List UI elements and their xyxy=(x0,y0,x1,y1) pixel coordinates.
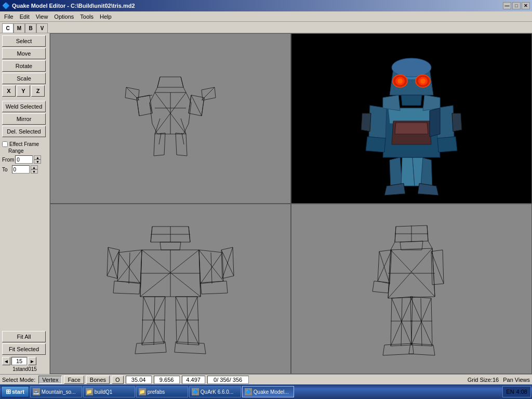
windows-icon: ⊞ xyxy=(6,388,11,395)
taskbar-app-3-label: QuArK 6.6.0... xyxy=(201,389,233,395)
title-bar-controls[interactable]: — □ ✕ xyxy=(503,2,530,9)
menu-tools[interactable]: Tools xyxy=(77,12,97,21)
fit-all-button[interactable]: Fit All xyxy=(2,331,46,342)
wireframe-side-svg xyxy=(360,216,463,362)
sidebar: Select Move Rotate Scale X Y Z Weld Sele… xyxy=(0,33,50,374)
svg-line-13 xyxy=(183,87,186,92)
menu-file[interactable]: File xyxy=(1,12,17,21)
svg-marker-38 xyxy=(369,105,387,139)
tab-v[interactable]: V xyxy=(36,23,48,33)
svg-marker-6 xyxy=(154,133,165,156)
from-label: From xyxy=(2,157,14,163)
select-mode-label: Select Mode: xyxy=(2,377,35,383)
svg-marker-62 xyxy=(160,242,181,250)
taskbar-app-3[interactable]: 🔷 QuArK 6.6.0... xyxy=(189,386,241,397)
taskbar-app-4-icon: 🔷 xyxy=(245,388,252,395)
svg-line-25 xyxy=(191,95,202,116)
svg-line-112 xyxy=(378,250,392,281)
svg-marker-32 xyxy=(384,183,405,195)
rotate-button[interactable]: Rotate xyxy=(2,60,46,72)
to-down-button[interactable]: ▼ xyxy=(31,169,38,174)
to-spinner[interactable]: ▲ ▼ xyxy=(31,165,38,174)
scale-button[interactable]: Scale xyxy=(2,73,46,84)
o-mode-button[interactable]: O xyxy=(112,376,124,384)
y-axis-button[interactable]: Y xyxy=(17,85,30,97)
range-label: Range xyxy=(2,148,47,154)
menu-options[interactable]: Options xyxy=(51,12,77,21)
close-button[interactable]: ✕ xyxy=(522,2,530,9)
from-up-button[interactable]: ▲ xyxy=(34,155,41,159)
svg-marker-42 xyxy=(361,113,371,131)
from-input[interactable] xyxy=(15,155,33,164)
start-label: start xyxy=(12,389,24,395)
svg-marker-45 xyxy=(423,95,440,111)
svg-line-99 xyxy=(395,227,396,242)
to-row: To ▲ ▼ xyxy=(2,165,47,174)
window-title: Quake Model Editor - C:\Build\unit02\tri… xyxy=(12,3,135,9)
viewport-top-right[interactable] xyxy=(291,33,532,204)
fit-selected-button[interactable]: Fit Selected xyxy=(2,343,46,355)
svg-point-54 xyxy=(420,78,425,84)
select-button[interactable]: Select xyxy=(2,35,46,47)
system-tray[interactable]: EN 4:08 xyxy=(502,386,531,397)
svg-line-16 xyxy=(189,95,191,113)
del-selected-button[interactable]: Del. Selected xyxy=(2,126,46,137)
svg-marker-56 xyxy=(430,108,440,137)
frame-navigation: ◄ 15 ► xyxy=(2,357,47,365)
minimize-button[interactable]: — xyxy=(503,2,511,9)
from-row: From ▲ ▼ xyxy=(2,155,47,164)
svg-marker-7 xyxy=(176,133,187,156)
taskbar-app-2[interactable]: 📁 prefabs xyxy=(136,386,188,397)
tab-c[interactable]: C xyxy=(2,23,14,33)
x-axis-button[interactable]: X xyxy=(2,85,16,97)
viewport-bottom-left[interactable] xyxy=(50,204,291,374)
tab-b[interactable]: B xyxy=(25,23,36,33)
svg-marker-44 xyxy=(383,95,400,111)
3d-textured-svg xyxy=(344,41,479,196)
status-bar: Select Mode: Vertex Face Bones O 35.04 9… xyxy=(0,374,532,384)
weld-selected-button[interactable]: Weld Selected xyxy=(2,101,46,112)
to-label: To xyxy=(2,167,8,172)
from-down-button[interactable]: ▼ xyxy=(34,159,41,164)
svg-marker-40 xyxy=(366,137,385,152)
face-mode-button[interactable]: Face xyxy=(64,376,84,384)
svg-line-19 xyxy=(181,118,186,134)
menu-view[interactable]: View xyxy=(33,12,51,21)
effect-frame-checkbox[interactable] xyxy=(2,141,8,147)
taskbar-app-4[interactable]: 🔷 Quake Model... xyxy=(242,386,294,397)
prev-frame-button[interactable]: ◄ xyxy=(2,357,10,365)
to-input[interactable] xyxy=(12,165,30,174)
taskbar-app-0-label: Mountain_so... xyxy=(42,389,76,395)
title-bar-left: 🔷 Quake Model Editor - C:\Build\unit02\t… xyxy=(2,2,135,9)
taskbar-app-0[interactable]: 🗻 Mountain_so... xyxy=(30,386,82,397)
next-frame-button[interactable]: ► xyxy=(28,357,36,365)
svg-marker-43 xyxy=(452,113,462,131)
svg-line-100 xyxy=(427,225,428,241)
svg-point-53 xyxy=(397,78,403,84)
viewport-bottom-right[interactable] xyxy=(291,204,532,374)
menu-help[interactable]: Help xyxy=(97,12,115,21)
frame-number: 15 xyxy=(11,357,27,365)
vertex-mode-button[interactable]: Vertex xyxy=(38,376,62,384)
viewport-top-left[interactable] xyxy=(50,33,291,204)
taskbar-app-2-icon: 📁 xyxy=(139,388,146,395)
wireframe-top-svg xyxy=(103,51,238,186)
start-button[interactable]: ⊞ start xyxy=(1,386,29,397)
svg-line-129 xyxy=(428,241,432,248)
move-button[interactable]: Move xyxy=(2,48,46,59)
to-up-button[interactable]: ▲ xyxy=(31,165,38,169)
mirror-button[interactable]: Mirror xyxy=(2,113,46,125)
wireframe-front-svg xyxy=(98,216,243,362)
maximize-button[interactable]: □ xyxy=(512,2,521,9)
z-axis-button[interactable]: Z xyxy=(31,85,45,97)
z-coordinate: 4.497 xyxy=(182,376,205,384)
status-right: Grid Size:16 Pan Views xyxy=(468,377,530,383)
bones-mode-button[interactable]: Bones xyxy=(86,376,110,384)
tab-m[interactable]: M xyxy=(14,23,25,33)
menu-edit[interactable]: Edit xyxy=(17,12,33,21)
taskbar-app-0-icon: 🗻 xyxy=(33,388,40,395)
toolbar-tabs: C M B V xyxy=(0,22,532,33)
from-spinner[interactable]: ▲ ▼ xyxy=(34,155,41,164)
svg-marker-103 xyxy=(400,241,423,250)
taskbar-app-1[interactable]: 📁 buildQ1 xyxy=(83,386,135,397)
